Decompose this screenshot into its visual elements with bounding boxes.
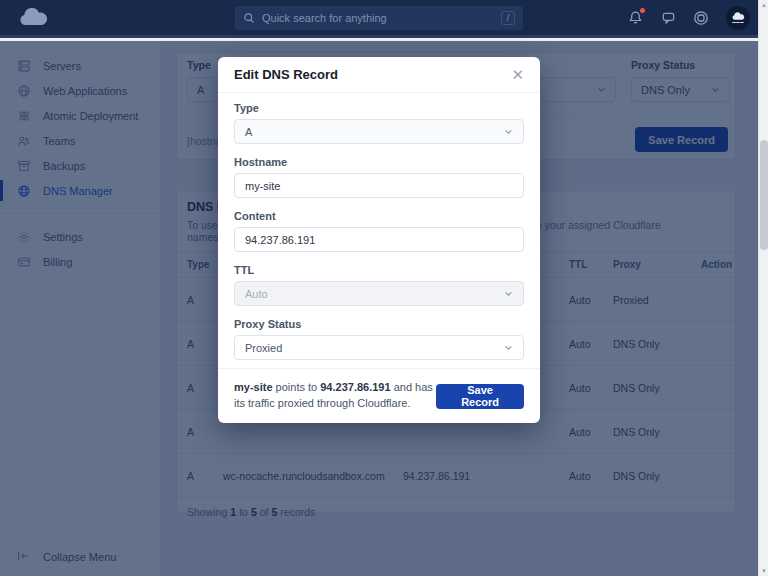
modal-save-record-button[interactable]: Save Record [436,384,524,409]
close-icon[interactable]: ✕ [511,67,524,82]
search-input[interactable] [262,12,501,24]
modal-hostname-field[interactable] [234,173,524,198]
modal-proxy-select[interactable]: Proxied [234,335,524,360]
avatar-caption: ▬▬▬ [732,21,744,24]
modal-hostname-label: Hostname [234,156,524,168]
page-scrollbar[interactable]: ▲ ▼ [758,0,768,576]
modal-type-value: A [245,126,252,138]
modal-proxy-value: Proxied [245,342,282,354]
modal-ttl-value: Auto [245,288,268,300]
scroll-up-arrow[interactable]: ▲ [759,0,768,10]
search-shortcut-key: / [501,11,515,25]
summary-text: points to [273,381,321,393]
scroll-down-arrow[interactable]: ▼ [759,566,768,576]
chevron-down-icon [504,128,513,135]
modal-type-label: Type [234,102,524,114]
modal-hostname-input[interactable] [245,180,513,192]
search-icon [243,12,255,24]
modal-proxy-label: Proxy Status [234,318,524,330]
help-icon[interactable] [693,10,709,26]
chevron-down-icon [504,344,513,351]
feedback-chat-icon[interactable] [660,10,676,26]
summary-host: my-site [234,381,273,393]
modal-content-field[interactable] [234,227,524,252]
scrollbar-thumb[interactable] [760,140,768,250]
chevron-down-icon [504,290,513,297]
modal-ttl-label: TTL [234,264,524,276]
notification-dot [640,8,645,13]
modal-ttl-select: Auto [234,281,524,306]
modal-content-input[interactable] [245,234,513,246]
modal-content-label: Content [234,210,524,222]
summary-ip: 94.237.86.191 [320,381,390,393]
modal-title: Edit DNS Record [234,67,338,82]
global-search[interactable]: / [235,6,523,30]
modal-type-select[interactable]: A [234,119,524,144]
record-summary-text: my-site points to 94.237.86.191 and has … [234,380,436,412]
user-avatar[interactable]: ▬▬▬ [726,6,750,30]
runcloud-logo-icon [18,7,48,28]
edit-dns-record-modal: Edit DNS Record ✕ Type A Hostname Conten… [218,57,540,423]
notifications-bell-icon[interactable] [627,10,643,26]
top-navbar: / ▬▬▬ [0,0,758,38]
